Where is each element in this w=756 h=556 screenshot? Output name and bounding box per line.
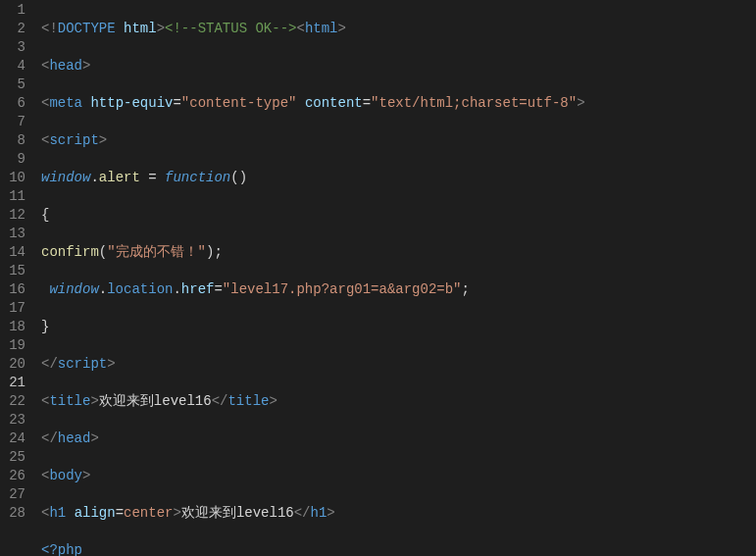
line-number: 21 [0, 374, 25, 392]
line-number: 23 [0, 411, 25, 430]
code-line[interactable]: window.location.href="level17.php?arg01=… [41, 280, 756, 299]
code-content[interactable]: <!DOCTYPE html><!--STATUS OK--><html> <h… [35, 0, 756, 556]
code-line[interactable]: <meta http-equiv="content-type" content=… [41, 94, 756, 113]
line-number: 7 [0, 113, 25, 131]
line-number: 3 [0, 38, 25, 57]
code-line[interactable]: <h1 align=center>欢迎来到level16</h1> [41, 504, 756, 523]
line-number: 13 [0, 225, 25, 243]
line-number: 9 [0, 150, 25, 169]
line-number: 2 [0, 20, 25, 38]
line-number: 15 [0, 262, 25, 280]
line-number: 20 [0, 355, 25, 374]
line-number: 18 [0, 318, 25, 336]
code-editor[interactable]: 1234567891011121314151617181920212223242… [0, 0, 756, 556]
line-number: 12 [0, 206, 25, 225]
code-line[interactable]: <script> [41, 131, 756, 150]
code-line[interactable]: { [41, 206, 756, 225]
line-number: 6 [0, 94, 25, 113]
line-number: 4 [0, 57, 25, 76]
line-number-gutter: 1234567891011121314151617181920212223242… [0, 0, 35, 556]
line-number: 1 [0, 1, 25, 20]
line-number: 16 [0, 280, 25, 299]
code-line[interactable]: </script> [41, 355, 756, 374]
line-number: 10 [0, 169, 25, 187]
code-line[interactable]: confirm("完成的不错！"); [41, 243, 756, 262]
line-number: 8 [0, 131, 25, 150]
code-line[interactable]: <?php [41, 541, 756, 556]
code-line[interactable]: window.alert = function() [41, 169, 756, 187]
code-line[interactable]: <body> [41, 467, 756, 485]
code-line[interactable]: <head> [41, 57, 756, 76]
line-number: 26 [0, 467, 25, 485]
line-number: 19 [0, 336, 25, 355]
code-line[interactable]: } [41, 318, 756, 336]
line-number: 28 [0, 504, 25, 523]
line-number: 5 [0, 76, 25, 94]
line-number: 17 [0, 299, 25, 318]
code-line[interactable]: <title>欢迎来到level16</title> [41, 392, 756, 411]
line-number: 14 [0, 243, 25, 262]
line-number: 25 [0, 448, 25, 467]
line-number: 27 [0, 485, 25, 504]
code-line[interactable]: <!DOCTYPE html><!--STATUS OK--><html> [41, 20, 756, 38]
line-number: 11 [0, 187, 25, 206]
line-number: 22 [0, 392, 25, 411]
line-number: 24 [0, 430, 25, 448]
code-line[interactable]: </head> [41, 430, 756, 448]
